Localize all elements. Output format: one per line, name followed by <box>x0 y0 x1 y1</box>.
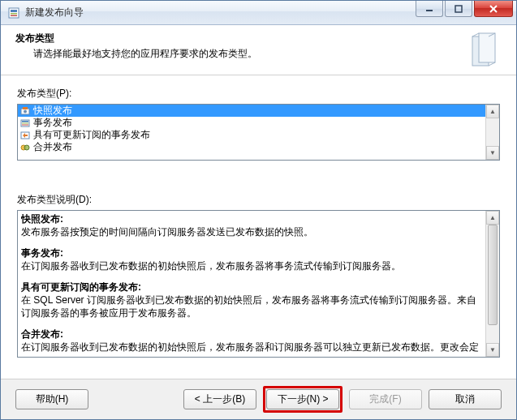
page-title: 发布类型 <box>15 32 502 45</box>
listbox-scrollbar[interactable]: ▲ ▼ <box>485 105 499 160</box>
list-item[interactable]: 事务发布 <box>18 117 485 129</box>
txn-icon <box>19 118 31 129</box>
scroll-down-button[interactable]: ▼ <box>486 343 499 357</box>
minimize-button[interactable] <box>416 1 443 17</box>
description-block-body: 在 SQL Server 订阅服务器收到已发布数据的初始快照后，发布服务器将事务… <box>21 294 482 319</box>
scroll-up-button[interactable]: ▲ <box>486 105 499 118</box>
svg-line-12 <box>489 62 495 66</box>
wizard-page-icon <box>464 32 503 71</box>
description-label: 发布类型说明(D): <box>17 193 500 207</box>
scroll-track[interactable] <box>486 225 499 343</box>
svg-rect-5 <box>455 6 462 12</box>
scroll-up-button[interactable]: ▲ <box>486 211 499 225</box>
description-block: 快照发布:发布服务器按预定的时间间隔向订阅服务器发送已发布数据的快照。 <box>21 212 482 238</box>
close-icon <box>489 5 498 13</box>
svg-rect-4 <box>426 10 433 11</box>
description-block: 合并发布:在订阅服务器收到已发布数据的初始快照后，发布服务器和订阅服务器可以独立… <box>21 328 482 355</box>
close-button[interactable] <box>474 1 513 17</box>
description-block-title: 具有可更新订阅的事务发布: <box>21 281 141 293</box>
scroll-track[interactable] <box>486 118 499 146</box>
svg-rect-2 <box>11 13 17 15</box>
next-button[interactable]: 下一步(N) > <box>266 389 339 409</box>
merge-icon <box>19 142 31 153</box>
description-block-body: 在订阅服务器收到已发布数据的初始快照后，发布服务器将事务流式传输到订阅服务器。 <box>21 259 482 272</box>
svg-rect-1 <box>11 10 17 12</box>
window-title: 新建发布向导 <box>25 6 414 19</box>
list-item[interactable]: 合并发布 <box>18 141 485 153</box>
scroll-thumb[interactable] <box>488 225 498 325</box>
maximize-icon <box>455 5 463 13</box>
publish-type-label: 发布类型(P): <box>17 87 500 101</box>
maximize-button[interactable] <box>445 1 472 17</box>
list-item-label: 具有可更新订阅的事务发布 <box>33 129 150 141</box>
txn-upd-icon <box>19 130 31 141</box>
next-button-highlight: 下一步(N) > <box>263 386 343 413</box>
scroll-down-button[interactable]: ▼ <box>486 146 499 160</box>
list-item-label: 事务发布 <box>33 117 72 129</box>
svg-point-22 <box>24 145 29 150</box>
svg-rect-19 <box>22 124 28 125</box>
snapshot-icon <box>19 105 31 117</box>
back-button[interactable]: < 上一步(B) <box>183 389 256 409</box>
description-block-title: 合并发布: <box>21 328 63 340</box>
description-block-body: 发布服务器按预定的时间间隔向订阅服务器发送已发布数据的快照。 <box>21 225 482 238</box>
description-block-title: 事务发布: <box>21 247 63 259</box>
minimize-icon <box>425 5 433 13</box>
help-button[interactable]: 帮助(H) <box>15 389 88 409</box>
list-item[interactable]: 具有可更新订阅的事务发布 <box>18 129 485 141</box>
description-box: 快照发布:发布服务器按预定的时间间隔向订阅服务器发送已发布数据的快照。事务发布:… <box>17 210 500 358</box>
wizard-window: 新建发布向导 发布类型 请选择能最好地支持您的应用程序要求的发布类型。 <box>0 0 517 420</box>
titlebar: 新建发布向导 <box>1 1 516 25</box>
description-scrollbar[interactable]: ▲ ▼ <box>485 211 499 357</box>
button-bar: 帮助(H) < 上一步(B) 下一步(N) > 完成(F) 取消 <box>1 379 516 419</box>
svg-rect-17 <box>22 121 28 122</box>
svg-rect-18 <box>22 122 28 123</box>
cancel-button[interactable]: 取消 <box>429 389 502 409</box>
app-icon <box>7 6 20 19</box>
svg-rect-3 <box>11 15 17 16</box>
description-block: 具有可更新订阅的事务发布:在 SQL Server 订阅服务器收到已发布数据的初… <box>21 281 482 319</box>
svg-rect-14 <box>23 107 28 109</box>
svg-rect-9 <box>479 33 495 62</box>
publish-type-listbox[interactable]: 快照发布事务发布具有可更新订阅的事务发布合并发布 ▲ ▼ <box>17 104 500 161</box>
list-item[interactable]: 快照发布 <box>18 105 485 117</box>
svg-line-10 <box>472 33 479 36</box>
list-item-label: 快照发布 <box>33 105 72 117</box>
description-block: 事务发布:在订阅服务器收到已发布数据的初始快照后，发布服务器将事务流式传输到订阅… <box>21 246 482 272</box>
list-item-label: 合并发布 <box>33 141 72 153</box>
page-subtitle: 请选择能最好地支持您的应用程序要求的发布类型。 <box>33 47 502 61</box>
wizard-header: 发布类型 请选择能最好地支持您的应用程序要求的发布类型。 <box>1 25 516 75</box>
wizard-body: 发布类型(P): 快照发布事务发布具有可更新订阅的事务发布合并发布 ▲ ▼ 发布… <box>1 75 516 379</box>
window-controls <box>414 1 516 24</box>
finish-button: 完成(F) <box>349 389 422 409</box>
description-block-title: 快照发布: <box>21 213 63 225</box>
description-block-body: 在订阅服务器收到已发布数据的初始快照后，发布服务器和订阅服务器可以独立更新已发布… <box>21 341 482 355</box>
svg-point-15 <box>24 109 27 113</box>
